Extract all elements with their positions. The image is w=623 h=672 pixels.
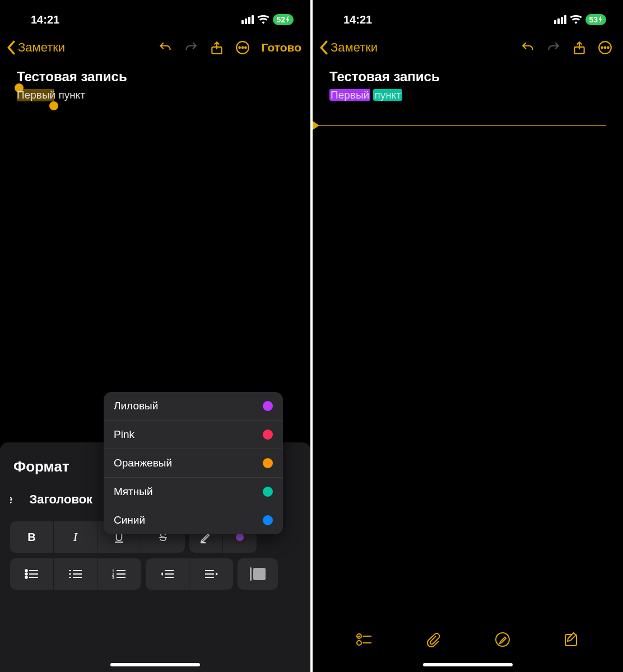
numbered-list-button[interactable]: 123 (97, 558, 141, 590)
svg-point-31 (601, 47, 603, 49)
battery-indicator: 53 (585, 14, 606, 25)
status-right: 52 (241, 14, 294, 25)
highlighted-word-mint: пункт (373, 89, 402, 101)
status-bar: 14:21 52 (0, 0, 310, 31)
phone-right: 14:21 53 Заметки Тестовая запис (313, 0, 623, 672)
phone-left: 14:21 52 Заметки Готово Тес (0, 0, 310, 672)
note-line[interactable]: Первый пункт (17, 89, 294, 101)
undo-button[interactable] (154, 36, 176, 59)
checklist-button[interactable] (355, 631, 373, 648)
share-button[interactable] (568, 36, 591, 59)
nav-bar: Заметки Готово (0, 31, 310, 64)
signal-icon (241, 15, 254, 24)
status-time: 14:21 (343, 13, 372, 26)
svg-point-5 (25, 570, 27, 572)
done-button[interactable]: Готово (257, 41, 304, 54)
nav-bar: Заметки (313, 31, 623, 64)
svg-point-7 (25, 573, 27, 575)
note-line[interactable]: Первый пункт (329, 89, 606, 101)
back-button[interactable]: Заметки (319, 40, 378, 55)
color-option-pink[interactable]: Pink (104, 421, 283, 449)
svg-text:3: 3 (112, 576, 114, 580)
redo-button[interactable] (542, 36, 565, 59)
home-indicator[interactable] (110, 663, 200, 666)
dash-list-button[interactable] (54, 558, 97, 590)
highlighted-word-purple: Первый (329, 89, 370, 101)
compose-button[interactable] (562, 631, 580, 648)
indent-group (146, 558, 233, 590)
highlight-color-dot (236, 533, 244, 541)
svg-point-36 (357, 641, 361, 645)
markup-button[interactable] (494, 631, 512, 648)
undo-button[interactable] (517, 36, 539, 59)
back-button[interactable]: Заметки (7, 40, 65, 55)
wifi-icon (570, 15, 582, 24)
status-bar: 14:21 53 (313, 0, 623, 31)
note-body[interactable]: Тестовая запись Первый пункт (0, 64, 310, 106)
color-option-blue[interactable]: Синий (104, 506, 283, 534)
status-right: 53 (554, 14, 606, 25)
svg-point-4 (245, 47, 247, 49)
attachment-button[interactable] (424, 631, 442, 648)
note-title: Тестовая запись (329, 69, 606, 85)
status-time: 14:21 (31, 13, 59, 26)
svg-point-3 (241, 47, 243, 49)
style-prev-fragment[interactable]: ие (10, 492, 13, 507)
share-button[interactable] (206, 36, 228, 59)
swatch-purple (263, 401, 273, 411)
swatch-blue (263, 515, 273, 525)
svg-point-33 (607, 47, 609, 49)
home-indicator[interactable] (423, 663, 513, 666)
svg-point-9 (25, 576, 27, 578)
bullet-list-button[interactable] (10, 558, 54, 590)
color-option-mint[interactable]: Мятный (104, 478, 283, 506)
cursor-line (313, 125, 606, 126)
svg-point-32 (605, 47, 606, 49)
italic-button[interactable]: I (54, 521, 97, 553)
selection-handle-end[interactable] (49, 101, 58, 110)
svg-point-2 (239, 47, 240, 49)
color-popup: Лиловый Pink Оранжевый Мятный Синий (104, 392, 283, 534)
bold-button[interactable]: B (10, 521, 54, 553)
outdent-button[interactable] (146, 558, 189, 590)
indent-button[interactable] (189, 558, 233, 590)
color-option-orange[interactable]: Оранжевый (104, 449, 283, 478)
note-title: Тестовая запись (17, 69, 294, 85)
style-heading[interactable]: Заголовок (30, 492, 93, 507)
signal-icon (554, 15, 566, 24)
more-button[interactable] (594, 36, 616, 59)
battery-indicator: 52 (273, 14, 294, 25)
swatch-pink (263, 430, 273, 440)
more-button[interactable] (231, 36, 254, 59)
bottom-toolbar (313, 623, 623, 656)
wifi-icon (257, 15, 269, 24)
note-body[interactable]: Тестовая запись Первый пункт (313, 64, 623, 106)
block-quote-button[interactable] (238, 558, 278, 590)
color-option-purple[interactable]: Лиловый (104, 392, 283, 421)
swatch-orange (263, 458, 273, 468)
redo-button[interactable] (180, 36, 202, 59)
list-group: 123 (10, 558, 141, 590)
swatch-mint (263, 487, 273, 497)
